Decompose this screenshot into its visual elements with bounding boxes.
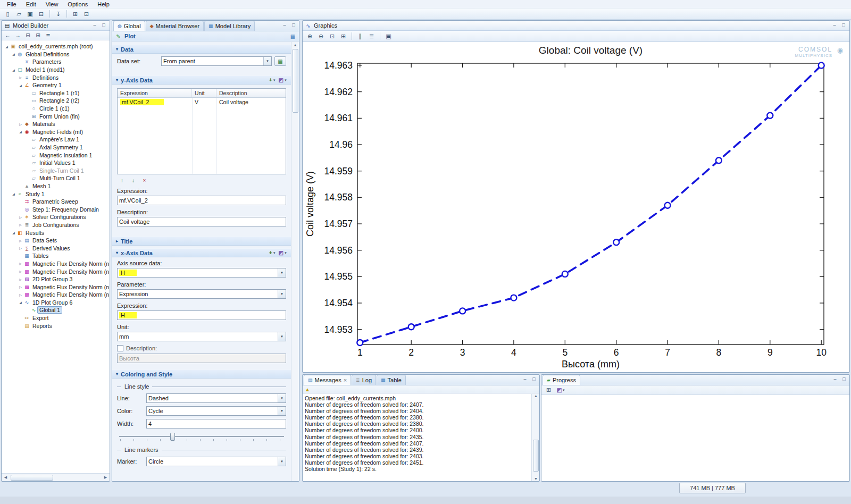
maximize-icon[interactable]: □ xyxy=(840,376,848,383)
tree-item[interactable]: ⇉Parametric Sweep xyxy=(2,198,110,206)
tree-item[interactable]: ▦Tables xyxy=(2,252,110,260)
new-file-icon[interactable]: ▯ xyxy=(3,10,13,19)
maximize-icon[interactable]: □ xyxy=(840,22,847,29)
tree-expanded-arrow-icon[interactable]: ◢ xyxy=(11,68,16,72)
minimize-icon[interactable]: – xyxy=(521,376,529,383)
tree-item[interactable]: ◢∿1D Plot Group 6 xyxy=(2,299,110,307)
table-row[interactable]: mf.VCoil_2 V Coil voltage xyxy=(118,98,286,106)
tree-item[interactable]: ↦Export xyxy=(2,314,110,322)
tree-item[interactable]: ○Circle 1 (c1) xyxy=(2,105,110,113)
tab-messages[interactable]: ▤ Messages × xyxy=(304,375,351,385)
graphics-canvas[interactable]: Global: Coil voltage (V)14.95314.95414.9… xyxy=(303,43,849,372)
tree-item[interactable]: ◢≈Study 1 xyxy=(2,190,110,198)
tree-item[interactable]: ▱Ampère's Law 1 xyxy=(2,136,110,144)
tree-item[interactable]: ▱Magnetic Insulation 1 xyxy=(2,151,110,159)
zoom-in-icon[interactable]: ⊕ xyxy=(305,32,315,41)
tree-item[interactable]: ▷▩Magnetic Flux Density Norm (n xyxy=(2,267,110,275)
tree-expanded-arrow-icon[interactable]: ◢ xyxy=(18,83,23,87)
messages-vscrollbar[interactable]: ▲ ▼ xyxy=(531,394,539,481)
minimize-icon[interactable]: – xyxy=(281,22,288,29)
tree-collapsed-arrow-icon[interactable]: ▷ xyxy=(18,75,23,79)
x-expression-input[interactable]: H xyxy=(117,310,286,320)
tree-expanded-arrow-icon[interactable]: ◢ xyxy=(11,231,16,234)
scroll-thumb[interactable] xyxy=(533,440,539,472)
progress-window-icon[interactable]: ⊞ xyxy=(544,385,554,394)
maximize-icon[interactable]: □ xyxy=(100,22,107,29)
tree-expanded-arrow-icon[interactable]: ◢ xyxy=(11,52,16,56)
scroll-right-icon[interactable]: ▶ xyxy=(102,475,110,480)
color-dropdown[interactable]: Cycle ▼ xyxy=(146,406,286,416)
tree-item[interactable]: ▲Mesh 1 xyxy=(2,182,110,190)
tree-item[interactable]: ∿Global 1 xyxy=(2,306,110,314)
add-expression-button[interactable]: +▼ xyxy=(269,250,276,256)
tree-collapsed-arrow-icon[interactable]: ▷ xyxy=(18,278,23,281)
menu-file[interactable]: File xyxy=(2,1,21,8)
model-builder-hscrollbar[interactable]: ◀ ▶ xyxy=(2,473,110,481)
scroll-thumb[interactable] xyxy=(11,475,53,481)
back-icon[interactable]: ← xyxy=(3,31,12,39)
menu-edit[interactable]: Edit xyxy=(21,1,41,8)
tree-collapsed-arrow-icon[interactable]: ▷ xyxy=(18,270,23,273)
tree-item[interactable]: ◢◉Magnetic Fields (mf) xyxy=(2,128,110,136)
tree-item[interactable]: πParameters xyxy=(2,58,110,66)
close-icon[interactable]: × xyxy=(344,377,347,383)
tree-item[interactable]: ◢∠Geometry 1 xyxy=(2,81,110,89)
maximize-icon[interactable]: □ xyxy=(530,376,538,383)
plot-window-icon[interactable]: ⊞ xyxy=(70,10,80,19)
data-set-dropdown[interactable]: From parent ▼ xyxy=(161,56,272,66)
tree-item[interactable]: ◢▢Model 1 (mod1) xyxy=(2,66,110,74)
tree-item[interactable]: ⊞Form Union (fin) xyxy=(2,112,110,120)
zoom-out-icon[interactable]: ⊖ xyxy=(316,32,326,41)
line-dropdown[interactable]: Dashed ▼ xyxy=(146,393,286,403)
replace-expression-button[interactable]: ◩▼ xyxy=(279,77,287,83)
tab-log[interactable]: ≣ Log xyxy=(352,375,376,385)
add-expression-button[interactable]: +▼ xyxy=(269,77,276,83)
expand-all-icon[interactable]: ⊞ xyxy=(34,31,43,39)
axis-grid-icon[interactable]: ≣ xyxy=(366,32,377,41)
tree-collapsed-arrow-icon[interactable]: ▷ xyxy=(18,215,23,219)
tab-global[interactable]: ◍ Global xyxy=(113,21,145,31)
tree-item[interactable]: ▱Single-Turn Coil 1 xyxy=(2,167,110,175)
section-coloring-header[interactable]: ▾ Coloring and Style xyxy=(112,369,291,379)
scroll-up-icon[interactable]: ▲ xyxy=(291,42,299,48)
delete-row-icon[interactable]: × xyxy=(140,177,148,184)
tree-item[interactable]: ▷◆Materials xyxy=(2,120,110,128)
scroll-thumb[interactable] xyxy=(293,49,298,113)
tree-item[interactable]: ▱Multi-Turn Coil 1 xyxy=(2,174,110,182)
tree-item[interactable]: ▷≣Job Configurations xyxy=(2,221,110,229)
y-axis-lines-icon[interactable]: ∥ xyxy=(355,32,365,41)
tree-collapsed-arrow-icon[interactable]: ▷ xyxy=(18,246,23,250)
tree-item[interactable]: ▷▨2D Plot Group 3 xyxy=(2,275,110,283)
snapshot-icon[interactable]: ▣ xyxy=(383,32,394,41)
progress-style-icon[interactable]: ◩▼ xyxy=(556,385,566,394)
move-down-icon[interactable]: ↓ xyxy=(129,177,137,184)
parameter-dropdown[interactable]: Expression ▼ xyxy=(117,289,286,299)
width-input[interactable]: 4 xyxy=(146,419,286,429)
tree-collapsed-arrow-icon[interactable]: ▷ xyxy=(18,239,23,242)
tree-collapsed-arrow-icon[interactable]: ▷ xyxy=(18,262,23,265)
zoom-box-icon[interactable]: ⊡ xyxy=(327,32,337,41)
tree-collapsed-arrow-icon[interactable]: ▷ xyxy=(18,293,23,297)
maximize-icon[interactable]: □ xyxy=(290,22,297,29)
plot-in-window-icon[interactable]: ▦ xyxy=(289,33,296,39)
section-title-header[interactable]: ▸ Title xyxy=(112,237,291,246)
tree-expanded-arrow-icon[interactable]: ◢ xyxy=(4,45,10,48)
go-to-source-button[interactable]: ▦ xyxy=(274,56,286,66)
menu-help[interactable]: Help xyxy=(93,1,114,8)
save-icon[interactable]: ▣ xyxy=(25,10,35,19)
tab-material-browser[interactable]: ◆ Material Browser xyxy=(146,21,204,31)
forward-icon[interactable]: → xyxy=(13,31,22,39)
scroll-up-icon[interactable]: ▲ xyxy=(532,394,540,398)
tree-item[interactable]: ◢◍Global Definitions xyxy=(2,51,110,58)
tree-item[interactable]: ▷▤Data Sets xyxy=(2,237,110,245)
tree-item[interactable]: ◢▣coil_eddy_currents.mph (root) xyxy=(2,43,110,51)
y-description-input[interactable]: Coil voltage xyxy=(117,217,286,226)
tree-item[interactable]: ▷▩Magnetic Flux Density Norm (n xyxy=(2,283,110,291)
replace-expression-button[interactable]: ◩▼ xyxy=(279,250,287,256)
desktop-layout-icon[interactable]: ⊡ xyxy=(81,10,91,19)
tree-collapsed-arrow-icon[interactable]: ▷ xyxy=(18,122,23,126)
tree-expanded-arrow-icon[interactable]: ◢ xyxy=(11,192,16,196)
tree-item[interactable]: ▷≡Definitions xyxy=(2,73,110,81)
slider-thumb[interactable] xyxy=(170,433,175,441)
tree-expanded-arrow-icon[interactable]: ◢ xyxy=(18,300,23,304)
